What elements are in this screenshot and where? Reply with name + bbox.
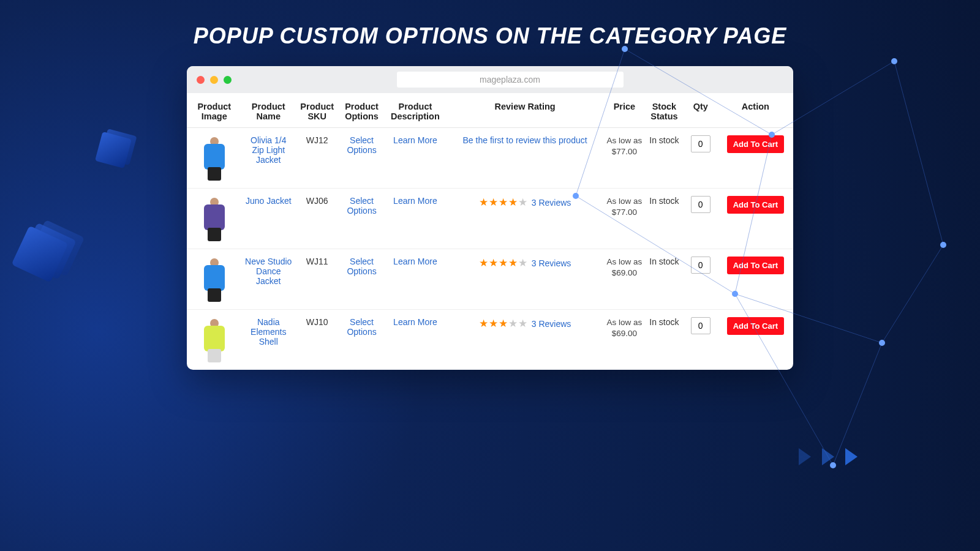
first-review-link[interactable]: Be the first to review this product [463, 135, 587, 145]
window-controls [197, 76, 232, 84]
stock-status: In stock [649, 317, 679, 327]
browser-titlebar: mageplaza.com [187, 66, 793, 93]
learn-more-link[interactable]: Learn More [393, 196, 437, 206]
product-thumbnail[interactable] [200, 317, 228, 362]
svg-line-8 [833, 343, 882, 465]
reviews-link[interactable]: 3 Reviews [532, 319, 571, 329]
table-row: Olivia 1/4 Zip Light JacketWJ12Select Op… [187, 128, 793, 189]
col-header-description: Product Description [385, 93, 447, 128]
product-name-link[interactable]: Nadia Elements Shell [251, 317, 286, 347]
learn-more-link[interactable]: Learn More [393, 135, 437, 145]
price-label: As low as$77.00 [606, 196, 643, 218]
table-row: Nadia Elements ShellWJ10Select OptionsLe… [187, 310, 793, 370]
svg-line-5 [894, 61, 943, 245]
svg-line-4 [882, 245, 943, 343]
product-sku: WJ06 [295, 189, 339, 249]
select-options-link[interactable]: Select Options [347, 317, 376, 337]
col-header-price: Price [604, 93, 645, 128]
stock-status: In stock [649, 257, 679, 266]
price-label: As low as$69.00 [606, 317, 643, 339]
add-to-cart-button[interactable]: Add To Cart [727, 257, 784, 274]
product-thumbnail[interactable] [200, 196, 228, 241]
learn-more-link[interactable]: Learn More [393, 257, 437, 266]
svg-point-12 [891, 58, 897, 64]
stock-status: In stock [649, 135, 679, 145]
qty-input[interactable] [691, 317, 710, 334]
product-sku: WJ10 [295, 310, 339, 370]
col-header-action: Action [718, 93, 793, 128]
price-label: As low as$69.00 [606, 257, 643, 279]
col-header-name: Product Name [242, 93, 295, 128]
select-options-link[interactable]: Select Options [347, 135, 376, 155]
reviews-link[interactable]: 3 Reviews [532, 258, 571, 268]
svg-point-14 [879, 340, 885, 346]
svg-point-17 [830, 462, 836, 468]
product-thumbnail[interactable] [200, 135, 228, 181]
col-header-review: Review Rating [446, 93, 604, 128]
col-header-sku: Product SKU [295, 93, 339, 128]
add-to-cart-button[interactable]: Add To Cart [727, 317, 784, 335]
table-header-row: Product Image Product Name Product SKU P… [187, 93, 793, 128]
close-icon[interactable] [197, 76, 205, 84]
product-name-link[interactable]: Juno Jacket [246, 196, 292, 206]
col-header-stock: Stock Status [645, 93, 684, 128]
browser-window: mageplaza.com Product Image Product Name… [187, 66, 793, 370]
product-sku: WJ11 [295, 249, 339, 310]
star-rating-icon: ★★★★★ [479, 197, 528, 208]
learn-more-link[interactable]: Learn More [393, 317, 437, 327]
qty-input[interactable] [691, 135, 710, 152]
url-bar[interactable]: mageplaza.com [397, 72, 624, 88]
product-thumbnail[interactable] [200, 257, 228, 302]
maximize-icon[interactable] [224, 76, 232, 84]
add-to-cart-button[interactable]: Add To Cart [727, 196, 784, 214]
product-sku: WJ12 [295, 128, 339, 189]
product-table: Product Image Product Name Product SKU P… [187, 93, 793, 370]
qty-input[interactable] [691, 196, 710, 213]
page-title: POPUP CUSTOM OPTIONS ON THE CATEGORY PAG… [0, 0, 980, 49]
table-row: Neve Studio Dance JacketWJ11Select Optio… [187, 249, 793, 310]
minimize-icon[interactable] [210, 76, 218, 84]
product-name-link[interactable]: Olivia 1/4 Zip Light Jacket [251, 135, 286, 165]
col-header-options: Product Options [339, 93, 385, 128]
stock-status: In stock [649, 196, 679, 206]
svg-point-15 [940, 242, 946, 248]
star-rating-icon: ★★★★★ [479, 318, 528, 329]
add-to-cart-button[interactable]: Add To Cart [727, 135, 784, 153]
product-name-link[interactable]: Neve Studio Dance Jacket [245, 257, 292, 286]
col-header-image: Product Image [187, 93, 242, 128]
price-label: As low as$77.00 [606, 135, 643, 157]
select-options-link[interactable]: Select Options [347, 257, 376, 276]
select-options-link[interactable]: Select Options [347, 196, 376, 216]
col-header-qty: Qty [684, 93, 718, 128]
star-rating-icon: ★★★★★ [479, 257, 528, 269]
table-row: Juno JacketWJ06Select OptionsLearn More★… [187, 189, 793, 249]
qty-input[interactable] [691, 257, 710, 274]
reviews-link[interactable]: 3 Reviews [532, 198, 571, 208]
